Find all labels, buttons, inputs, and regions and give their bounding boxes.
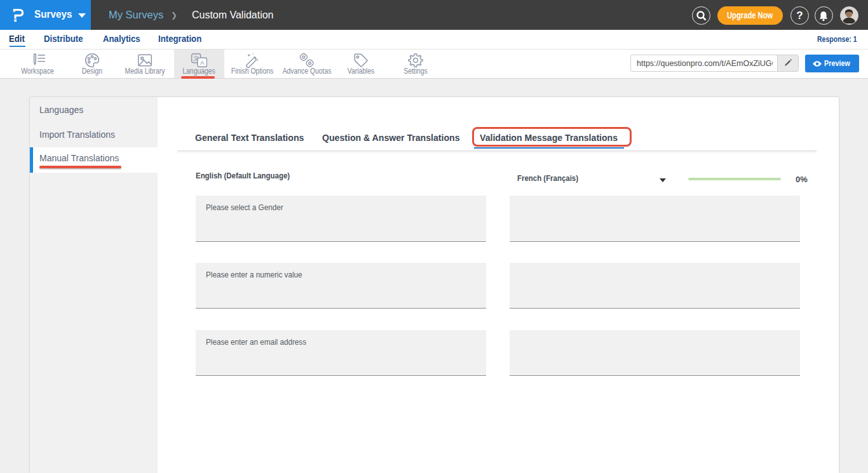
- svg-text:A: A: [200, 60, 205, 66]
